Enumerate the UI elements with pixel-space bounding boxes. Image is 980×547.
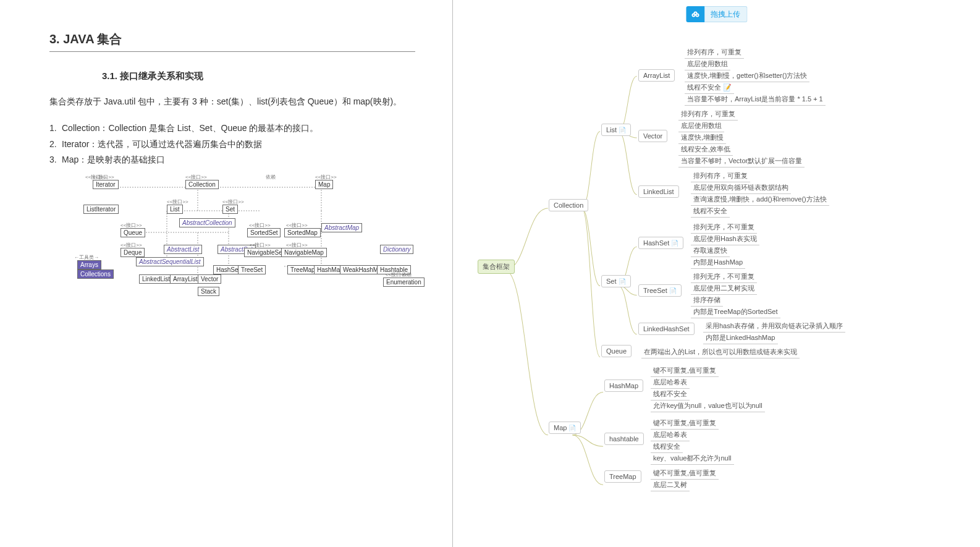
mindmap-leaf: 当容量不够时，Vector默认扩展一倍容量 [678, 155, 805, 167]
mindmap-leaf: 线程不安全 [651, 388, 690, 401]
uml-node: ListIterator [83, 205, 119, 214]
mindmap-leaf: 内部是LinkedHashMap [703, 332, 778, 344]
upload-label: 拖拽上传 [704, 6, 747, 22]
note-icon: 📄 [619, 278, 626, 285]
svg-point-15 [696, 14, 698, 15]
mindmap-root: 集合框架 [478, 260, 515, 274]
mindmap-node-list: List📄 [601, 124, 631, 136]
note-icon: 📄 [671, 240, 678, 247]
uml-node: List [167, 205, 183, 214]
page-container: 3. JAVA 集合 3.1. 接口继承关系和实现 集合类存放于 Java.ut… [0, 0, 980, 547]
cloud-icon [686, 6, 704, 22]
mindmap-leaf: 查询速度慢,增删快，add()和remove()方法快 [691, 193, 829, 206]
uml-node: Collections [77, 269, 114, 279]
mindmap-node-hashtable: hashtable [604, 433, 644, 445]
list-item: 1.Collection：Collection 是集合 List、Set、Que… [49, 121, 415, 136]
uml-node: Dictionary [380, 245, 413, 254]
mindmap-leaf: 内部是HashMap [691, 257, 745, 269]
uml-node: Arrays [77, 260, 101, 269]
mindmap-node-linkedlist: LinkedList [638, 185, 679, 198]
uml-node: Stack [198, 287, 219, 296]
uml-node: Iterator [93, 180, 119, 189]
mindmap-leaf: 排列无序，不可重复 [691, 271, 757, 283]
uml-node: TreeSet [238, 265, 266, 274]
mindmap-leaf: 键不可重复,值可重复 [651, 467, 719, 480]
mindmap-leaf: 排列无序，不可重复 [691, 221, 757, 234]
list-text: Map：是映射表的基础接口 [62, 155, 165, 164]
note-icon: 📄 [568, 425, 576, 431]
svg-point-14 [693, 14, 694, 15]
uml-node: Collection [185, 180, 219, 189]
uml-node: NavigableMap [281, 248, 327, 257]
mindmap-leaf: key、value都不允许为null [651, 452, 734, 465]
uml-node: ArrayList [170, 274, 200, 284]
uml-node: SortedMap [284, 228, 321, 237]
mindmap-node-hashmap: HashMap [604, 380, 643, 392]
uml-diagram: <<接口>> Iterator <<接口>> Collection 依赖 <<接… [74, 174, 414, 297]
list-text: Collection：Collection 是集合 List、Set、Queue… [62, 123, 318, 133]
mindmap-node-treeset: TreeSet📄 [638, 284, 682, 297]
uml-node: Vector [198, 274, 221, 284]
mindmap-leaf: 线程安全,效率低 [678, 143, 733, 156]
mindmap-leaf: 底层使用数组 [685, 58, 730, 70]
mindmap-leaf: 线程不安全 [691, 205, 730, 218]
mindmap-leaf: 底层二叉树 [651, 479, 690, 491]
uml-node: Map [315, 180, 333, 189]
mindmap-leaf: 允许key值为null，value也可以为null [651, 400, 765, 412]
mindmap-leaf: 底层哈希表 [651, 376, 690, 389]
mindmap-leaf: 在两端出入的List，所以也可以用数组或链表来实现 [641, 346, 800, 358]
mindmap-leaf: 底层哈希表 [651, 429, 690, 441]
mindmap-leaf: 线程安全 [651, 441, 683, 453]
mindmap-node-hashset: HashSet📄 [638, 237, 683, 249]
uml-node: AbstractMap [321, 223, 362, 232]
list-item: 3.Map：是映射表的基础接口 [49, 152, 415, 167]
uml-node: AbstractList [164, 245, 202, 254]
mindmap-node-vector: Vector [638, 130, 667, 142]
mindmap-node-collection: Collection [549, 199, 588, 211]
mindmap-leaf: 底层使用Hash表实现 [691, 233, 759, 245]
uml-tag: <<接口>> [85, 174, 107, 180]
list-text: Iterator：迭代器，可以通过迭代器遍历集合中的数据 [62, 139, 262, 149]
drag-upload-button[interactable]: 拖拽上传 [686, 6, 747, 22]
mindmap-leaf: 排列有序，可重复 [678, 108, 738, 121]
mindmap: 集合框架 Collection Map📄 List📄 Set📄 Queue Ar… [465, 37, 968, 541]
mindmap-leaf: 排列有序，可重复 [685, 46, 744, 59]
ordered-list: 1.Collection：Collection 是集合 List、Set、Que… [49, 121, 415, 167]
note-icon: 📄 [619, 127, 626, 134]
uml-node: Deque [120, 248, 145, 257]
mindmap-node-map: Map📄 [549, 422, 581, 434]
right-mindmap-page: 拖拽上传 [453, 0, 980, 547]
uml-node: AbstractCollection [179, 218, 235, 227]
mindmap-leaf: 速度快,增删慢 [678, 132, 726, 144]
mindmap-leaf: 速度快,增删慢，getter()和setter()方法快 [685, 70, 809, 82]
mindmap-leaf: 排列有序，可重复 [691, 170, 750, 182]
intro-paragraph: 集合类存放于 Java.util 包中，主要有 3 种：set(集）、list(… [49, 95, 415, 108]
mindmap-node-linkedhashset: LinkedHashSet [638, 323, 695, 335]
mindmap-leaf: 存取速度快 [691, 245, 730, 257]
uml-node: Queue [120, 228, 145, 237]
uml-node: Set [222, 205, 238, 214]
mindmap-leaf: 采用hash表存储，并用双向链表记录插入顺序 [703, 320, 845, 333]
uml-node: LinkedList [139, 274, 173, 284]
mindmap-leaf: 键不可重复,值可重复 [651, 417, 719, 430]
uml-node: SortedSet [247, 228, 281, 237]
mindmap-leaf: 内部是TreeMap的SortedSet [691, 306, 780, 318]
list-item: 2.Iterator：迭代器，可以通过迭代器遍历集合中的数据 [49, 137, 415, 152]
uml-node: Enumeration [383, 278, 425, 287]
left-document-page: 3. JAVA 集合 3.1. 接口继承关系和实现 集合类存放于 Java.ut… [0, 0, 453, 547]
mindmap-node-queue: Queue [601, 345, 632, 357]
svg-point-16 [695, 12, 696, 14]
note-icon: 📄 [669, 287, 677, 294]
mindmap-leaf: 底层使用双向循环链表数据结构 [691, 182, 791, 194]
mindmap-leaf: 底层使用二叉树实现 [691, 282, 757, 295]
mindmap-node-set: Set📄 [601, 275, 631, 287]
mindmap-leaf: 键不可重复,值可重复 [651, 365, 719, 377]
mindmap-leaf: 当容量不够时，ArrayList是当前容量 * 1.5 + 1 [685, 93, 826, 106]
heading-2: 3.1. 接口继承关系和实现 [102, 70, 415, 82]
mindmap-leaf: 线程不安全 📝 [685, 82, 734, 94]
mindmap-node-treemap: TreeMap [604, 470, 641, 483]
heading-1: 3. JAVA 集合 [49, 31, 415, 52]
mindmap-leaf: 底层使用数组 [678, 120, 724, 132]
uml-node: AbstractSequentialList [136, 257, 204, 266]
uml-tag: 依赖 [266, 174, 276, 180]
